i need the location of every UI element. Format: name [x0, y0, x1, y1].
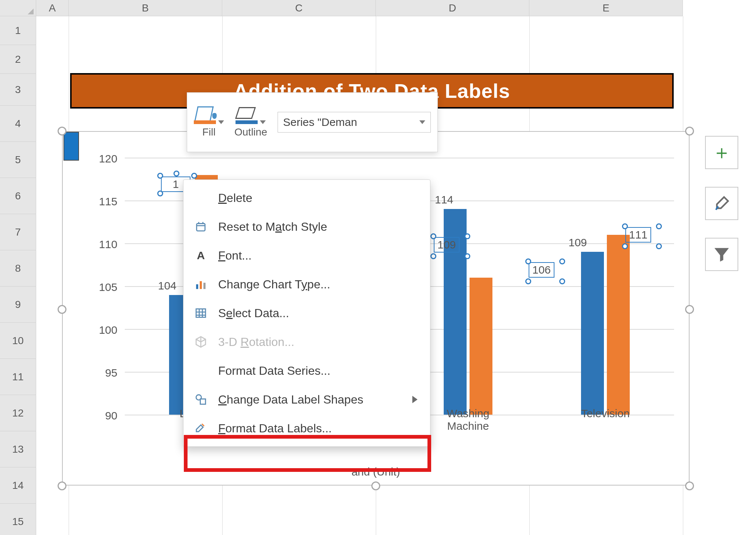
cube-icon	[193, 334, 209, 350]
mini-format-toolbar[interactable]: Fill Outline Series "Deman	[187, 92, 438, 152]
selection-dot[interactable]	[191, 173, 197, 179]
selection-dot[interactable]	[525, 258, 531, 264]
selection-dot[interactable]	[157, 191, 163, 196]
selection-dot[interactable]	[464, 253, 470, 259]
column-header-E[interactable]: E	[529, 0, 683, 16]
category-label: Television	[537, 407, 674, 440]
chevron-down-icon[interactable]	[419, 120, 425, 124]
selection-dot[interactable]	[559, 258, 565, 264]
selection-dot[interactable]	[173, 171, 179, 176]
font-icon: A	[193, 248, 209, 263]
row-header-9[interactable]: 9	[0, 287, 36, 323]
row-header-14[interactable]: 14	[0, 467, 36, 504]
outline-color-button[interactable]: Outline	[234, 106, 267, 138]
y-tick: 115	[80, 195, 117, 208]
chart-elements-button[interactable]: ＋	[705, 136, 738, 169]
selection-handle[interactable]	[685, 481, 694, 490]
plus-icon: ＋	[712, 140, 731, 165]
selection-dot[interactable]	[622, 223, 628, 229]
column-header-B[interactable]: B	[69, 0, 222, 16]
select-all-triangle[interactable]	[0, 0, 36, 16]
svg-rect-3	[203, 283, 206, 289]
column-header-C[interactable]: C	[222, 0, 376, 16]
chart-legend-partial[interactable]: and (Unit)	[351, 466, 400, 478]
selection-dot[interactable]	[656, 243, 662, 249]
y-tick: 95	[80, 367, 117, 379]
reset-icon	[193, 219, 209, 234]
column-headers: A B C D E	[0, 0, 683, 16]
row-header-13[interactable]: 13	[0, 431, 36, 467]
menu-font[interactable]: A Font...	[183, 241, 430, 270]
row-header-1[interactable]: 1	[0, 16, 36, 45]
row-header-12[interactable]: 12	[0, 395, 36, 431]
outline-pen-icon	[236, 106, 258, 124]
menu-change-data-label-shapes[interactable]: Change Data Label Shapes	[183, 385, 430, 414]
row-headers: 1 2 3 4 5 6 7 8 9 10 11 12 13 14 15	[0, 16, 36, 535]
svg-rect-2	[200, 281, 202, 289]
svg-rect-6	[200, 399, 206, 404]
submenu-caret-icon	[412, 396, 417, 403]
y-tick: 100	[80, 324, 117, 336]
selection-handle[interactable]	[58, 127, 66, 136]
column-header-A[interactable]: A	[36, 0, 69, 16]
blank-icon	[193, 363, 209, 378]
category-group: 109	[537, 158, 674, 415]
y-tick: 90	[80, 409, 117, 422]
chart-styles-button[interactable]	[705, 187, 738, 220]
selection-dot[interactable]	[525, 278, 531, 284]
selection-dot[interactable]	[157, 173, 163, 179]
chart-filters-button[interactable]	[705, 238, 738, 271]
selection-dot[interactable]	[430, 233, 436, 239]
column-header-D[interactable]: D	[376, 0, 529, 16]
chevron-down-icon[interactable]	[218, 120, 224, 124]
menu-format-data-labels[interactable]: Format Data Labels...	[183, 414, 430, 443]
selection-handle[interactable]	[58, 481, 66, 490]
data-label-supply[interactable]: 109	[568, 236, 587, 249]
data-label-supply[interactable]: 114	[435, 193, 453, 206]
row-header-5[interactable]: 5	[0, 142, 36, 178]
row-header-8[interactable]: 8	[0, 250, 36, 287]
row-header-15[interactable]: 15	[0, 504, 36, 535]
row-header-2[interactable]: 2	[0, 45, 36, 74]
selection-handle[interactable]	[685, 305, 694, 314]
worksheet: A B C D E 1 2 3 4 5 6 7 8 9 10 11 12 13 …	[0, 0, 756, 535]
chart-type-icon	[193, 277, 209, 292]
data-label-demand-selected[interactable]: 111	[625, 227, 651, 243]
selection-handle[interactable]	[685, 127, 694, 136]
y-tick: 105	[80, 281, 117, 294]
selection-dot[interactable]	[656, 223, 662, 229]
bar-supply[interactable]	[581, 252, 604, 415]
row-header-3[interactable]: 3	[0, 74, 36, 106]
row-header-6[interactable]: 6	[0, 178, 36, 214]
context-menu[interactable]: Delete Reset to Match Style A Font... Ch…	[183, 179, 430, 447]
row-header-11[interactable]: 11	[0, 359, 36, 395]
menu-delete[interactable]: Delete	[183, 184, 430, 212]
bar-demand[interactable]	[470, 278, 492, 415]
selection-dot[interactable]	[464, 233, 470, 239]
selection-dot[interactable]	[622, 243, 628, 249]
menu-select-data[interactable]: Select Data...	[183, 299, 430, 327]
data-label-supply[interactable]: 104	[158, 279, 176, 292]
data-label-demand-selected[interactable]: 109	[434, 237, 460, 253]
menu-reset-match-style[interactable]: Reset to Match Style	[183, 212, 430, 241]
fill-color-button[interactable]: Fill	[194, 106, 224, 138]
series-selector-dropdown[interactable]: Series "Deman	[278, 112, 431, 133]
bar-demand[interactable]	[607, 235, 630, 415]
row-header-4[interactable]: 4	[0, 106, 36, 142]
chart-blue-indicator	[63, 132, 79, 161]
data-label-demand-selected[interactable]: 106	[529, 262, 554, 278]
menu-change-chart-type[interactable]: Change Chart Type...	[183, 270, 430, 299]
menu-format-data-series[interactable]: Format Data Series...	[183, 356, 430, 385]
selection-handle[interactable]	[58, 305, 66, 314]
y-axis: 120 115 110 105 100 95 90	[80, 158, 121, 415]
svg-rect-1	[196, 284, 198, 289]
y-tick: 120	[80, 152, 117, 165]
row-header-7[interactable]: 7	[0, 214, 36, 250]
chart-side-buttons: ＋	[705, 136, 738, 271]
selection-dot[interactable]	[430, 253, 436, 259]
selection-handle[interactable]	[371, 481, 380, 490]
selection-dot[interactable]	[559, 278, 565, 284]
funnel-icon	[712, 245, 731, 264]
chevron-down-icon[interactable]	[260, 120, 266, 124]
row-header-10[interactable]: 10	[0, 323, 36, 359]
